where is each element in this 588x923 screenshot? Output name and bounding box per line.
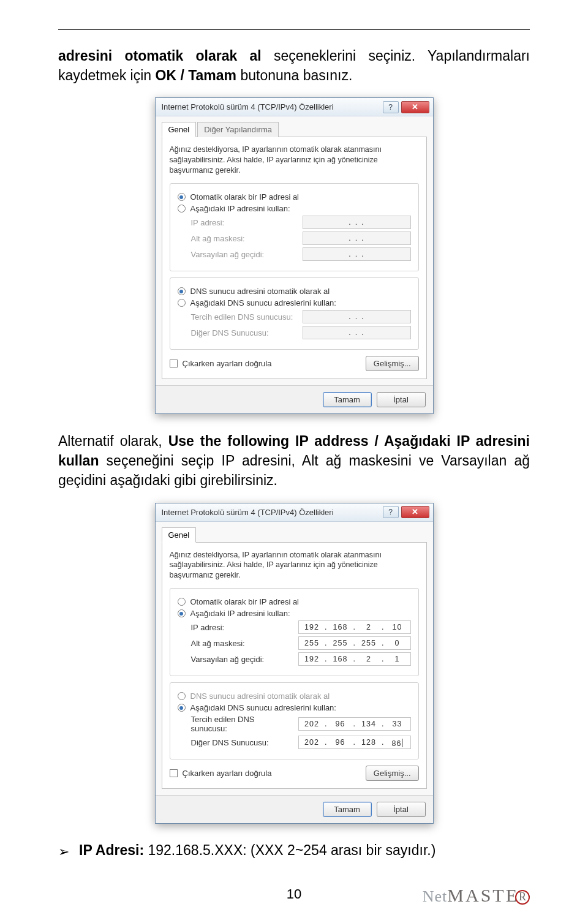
ip-octet: 1 [388,655,407,663]
radio-dns-auto-label: DNS sunucu adresini otomatik olarak al [190,287,330,296]
p1-tail: butonuna basınız. [236,67,352,83]
bullet-icon: ➢ [58,845,69,859]
ip-octet: 96 [331,720,350,728]
label-mask: Alt ağ maskesi: [191,234,295,243]
ip-octet-val: 86 [392,739,402,748]
logo-master: MASTE [447,885,519,906]
radio-ip-manual[interactable] [178,205,186,213]
radio-dns-auto[interactable] [178,287,186,295]
input-ip[interactable]: 192. 168. 2. 10 [298,620,410,634]
ip-octet: 134 [360,720,378,728]
ip-octet: 202 [303,720,321,728]
radio-dns-manual-label: Aşağıdaki DNS sunucu adreslerini kullan: [190,298,336,307]
radio-dns-manual[interactable] [178,704,186,712]
input-gw: ... [303,247,411,261]
input-dns1[interactable]: 202. 96. 134. 33 [298,717,410,731]
label-ip: IP adresi: [191,623,292,632]
ip-octet: 86 [388,737,407,748]
ip-octet: 202 [303,738,321,747]
advanced-button[interactable]: Gelişmiş... [366,766,419,781]
radio-ip-manual-label: Aşağıdaki IP adresini kullan: [190,204,290,213]
label-ip: IP adresi: [191,218,295,227]
label-dns1: Tercih edilen DNS sunucusu: [191,715,292,733]
ip-octet: 0 [388,639,407,647]
bullet-value: 192.168.5.XXX: (XXX 2~254 arası bir sayı… [144,842,435,858]
cancel-button[interactable]: İptal [377,392,426,407]
logo-r: R [515,890,530,905]
checkbox-validate-label: Çıkarken ayarları doğrula [183,359,272,368]
intro-text: Ağınız destekliyorsa, IP ayarlarının oto… [170,145,419,176]
radio-ip-auto-label: Otomatik olarak bir IP adresi al [190,597,300,606]
close-button[interactable]: ✕ [401,101,429,113]
label-dns2: Diğer DNS Sunucusu: [191,328,295,337]
input-ip: ... [303,216,411,229]
radio-ip-auto[interactable] [178,598,186,606]
ip-octet: 192 [303,655,321,663]
label-dns2: Diğer DNS Sunucusu: [191,738,292,747]
input-dns1: ... [303,310,411,323]
radio-ip-auto-label: Otomatik olarak bir IP adresi al [190,192,300,202]
ip-octet: 128 [360,738,378,747]
input-dns2[interactable]: 202. 96. 128. 86 [298,736,410,749]
radio-dns-manual-label: Aşağıdaki DNS sunucu adreslerini kullan: [190,703,336,712]
ip-octet: 2 [360,623,378,631]
checkbox-validate-label: Çıkarken ayarları doğrula [183,769,272,778]
intro-text: Ağınız destekliyorsa, IP ayarlarının oto… [170,550,419,581]
cancel-button[interactable]: İptal [377,802,426,817]
radio-ip-auto[interactable] [178,193,186,201]
bullet-ip-adresi: ➢ IP Adresi: 192.168.5.XXX: (XXX 2~254 a… [58,842,530,859]
dialog-title: Internet Protokolü sürüm 4 (TCP/IPv4) Öz… [162,102,334,111]
ip-octet: 255 [360,639,378,647]
help-button[interactable]: ? [383,101,399,113]
titlebar: Internet Protokolü sürüm 4 (TCP/IPv4) Öz… [156,503,433,522]
label-gw: Varsayılan ağ geçidi: [191,655,292,664]
bullet-label: IP Adresi: [79,842,144,858]
close-button[interactable]: ✕ [401,506,429,518]
checkbox-validate[interactable] [170,360,178,367]
ip-octet: 2 [360,655,378,663]
logo-net: Net [423,887,448,906]
dialog-title: Internet Protokolü sürüm 4 (TCP/IPv4) Öz… [162,508,334,517]
input-mask[interactable]: 255. 255. 255. 0 [298,636,410,650]
tabs: Genel Diğer Yapılandırma [162,121,427,137]
ip-octet: 168 [331,655,350,663]
ip-octet: 96 [331,738,350,747]
tcpip-dialog-auto: Internet Protokolü sürüm 4 (TCP/IPv4) Öz… [155,97,434,414]
p2-post: seçeneğini seçip IP adresini, Alt ağ mas… [58,453,530,488]
tab-general[interactable]: Genel [162,527,197,543]
tab-general[interactable]: Genel [162,122,197,137]
ip-octet: 192 [303,623,321,631]
ip-octet: 255 [303,639,321,647]
radio-ip-manual-label: Aşağıdaki IP adresini kullan: [190,609,290,618]
tab-alt-config[interactable]: Diğer Yapılandırma [197,122,279,137]
ip-octet: 33 [388,720,407,728]
ip-octet: 255 [331,639,350,647]
titlebar: Internet Protokolü sürüm 4 (TCP/IPv4) Öz… [156,98,433,116]
ok-button[interactable]: Tamam [323,392,372,407]
input-dns2: ... [303,326,411,339]
ok-button[interactable]: Tamam [323,802,372,817]
checkbox-validate[interactable] [170,769,178,777]
radio-dns-auto-label: DNS sunucu adresini otomatik olarak al [190,691,330,701]
top-rule [58,29,530,30]
label-gw: Varsayılan ağ geçidi: [191,250,295,259]
input-gw[interactable]: 192. 168. 2. 1 [298,652,410,666]
tcpip-dialog-manual: Internet Protokolü sürüm 4 (TCP/IPv4) Öz… [155,503,434,824]
paragraph-2: Alternatif olarak, Use the following IP … [58,431,530,491]
radio-ip-manual[interactable] [178,609,186,617]
netmaster-logo: NetMASTER [423,885,530,906]
input-mask: ... [303,232,411,245]
label-dns1: Tercih edilen DNS sunucusu: [191,312,295,322]
ip-octet: 168 [331,623,350,631]
tabs: Genel [162,527,427,543]
page-number: 10 [287,886,301,902]
paragraph-1: adresini otomatik olarak al seçeneklerin… [58,46,530,85]
text-cursor [402,739,402,747]
p1-bold: adresini otomatik olarak al [58,48,262,64]
label-mask: Alt ağ maskesi: [191,639,292,648]
radio-dns-manual[interactable] [178,299,186,307]
ip-octet: 10 [388,623,407,631]
help-button[interactable]: ? [383,506,399,518]
radio-dns-auto [178,692,186,700]
advanced-button[interactable]: Gelişmiş... [366,356,419,371]
